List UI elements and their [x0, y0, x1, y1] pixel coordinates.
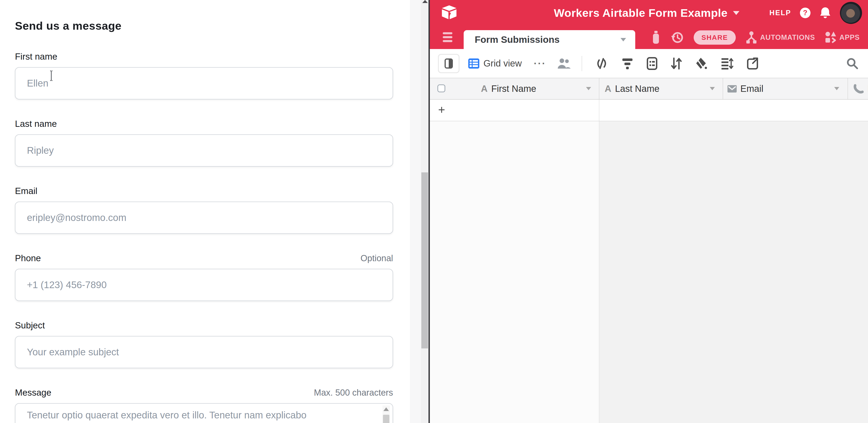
view-name-label[interactable]: Grid view: [484, 58, 522, 68]
grid-column-header-row: A First Name A Last Name Email: [430, 78, 868, 100]
screenshot-root: Send us a message First name Last name E…: [0, 0, 868, 423]
phone-label: Phone: [15, 253, 41, 263]
search-icon[interactable]: [846, 57, 859, 70]
form-scroll-up-arrow-icon[interactable]: [422, 0, 428, 3]
sort-icon[interactable]: [671, 57, 682, 70]
automations-icon: [745, 31, 757, 44]
row-height-icon[interactable]: [720, 57, 734, 70]
view-sidebar-toggle-button[interactable]: [438, 54, 460, 73]
contact-form-pane: Send us a message First name Last name E…: [0, 0, 410, 423]
message-field: Message Max. 500 characters Tenetur opti…: [15, 388, 393, 423]
view-options-ellipsis[interactable]: ···: [534, 58, 546, 69]
collapsed-sidebar-icon: [444, 58, 453, 68]
email-field: Email: [15, 186, 393, 234]
notifications-bell-icon[interactable]: [819, 6, 831, 19]
sidebar-menu-icon[interactable]: [443, 32, 453, 44]
message-text: Tenetur optio quaerat expedita vero et i…: [27, 410, 376, 421]
add-row-plus-icon[interactable]: +: [438, 103, 445, 117]
table-tab-caret-icon[interactable]: [621, 38, 626, 41]
subject-field: Subject: [15, 320, 393, 368]
help-question-icon[interactable]: ?: [800, 8, 810, 18]
message-textarea[interactable]: Tenetur optio quaerat expedita vero et i…: [15, 403, 393, 423]
user-avatar[interactable]: [840, 2, 862, 24]
airtable-logo-icon: [441, 5, 458, 21]
column-header-last-name[interactable]: A Last Name: [604, 78, 659, 99]
apps-label: APPS: [839, 33, 860, 42]
last-name-input[interactable]: [15, 134, 393, 167]
column-caret-icon[interactable]: [834, 87, 839, 90]
select-all-checkbox[interactable]: [437, 85, 445, 92]
apps-button[interactable]: APPS: [825, 31, 860, 44]
email-field-type-icon: [727, 85, 737, 92]
automations-label: AUTOMATIONS: [760, 33, 815, 42]
email-input[interactable]: [15, 202, 393, 234]
subject-label: Subject: [15, 320, 45, 331]
phone-input[interactable]: [15, 269, 393, 301]
text-field-type-icon: A: [481, 84, 488, 94]
column-label: Email: [740, 84, 763, 94]
phone-field-type-icon: [853, 84, 864, 94]
apps-icon: [825, 31, 837, 44]
grid-view-icon: [468, 58, 479, 68]
column-caret-icon[interactable]: [710, 87, 715, 90]
message-scrollbar-thumb[interactable]: [383, 415, 390, 423]
base-title-caret-icon[interactable]: [733, 11, 739, 15]
column-header-email[interactable]: Email: [727, 78, 763, 99]
hide-fields-icon[interactable]: [595, 57, 608, 70]
automations-button[interactable]: AUTOMATIONS: [745, 31, 815, 44]
ibeam-cursor: [50, 70, 53, 81]
share-view-icon[interactable]: [746, 57, 759, 70]
column-caret-icon[interactable]: [586, 87, 591, 90]
message-maxchars-hint: Max. 500 characters: [314, 388, 393, 398]
grid-canvas-column-border: [599, 121, 599, 423]
grid-canvas-first-column: [430, 121, 599, 423]
phone-optional-hint: Optional: [361, 253, 393, 263]
first-name-field: First name: [15, 52, 393, 99]
base-title[interactable]: Workers Airtable Form Example: [554, 6, 727, 19]
toolbar-divider: [582, 56, 582, 71]
grid-add-row[interactable]: +: [430, 100, 868, 121]
subject-input[interactable]: [15, 336, 393, 368]
history-icon[interactable]: [671, 31, 684, 44]
airtable-topbar: Workers Airtable Form Example HELP ?: [430, 0, 868, 26]
table-tab-label: Form Submissions: [475, 34, 560, 45]
first-name-input[interactable]: [15, 67, 393, 99]
last-name-field: Last name: [15, 119, 393, 167]
form-title: Send us a message: [15, 19, 393, 32]
column-label: First Name: [491, 84, 536, 94]
text-field-type-icon: A: [604, 84, 611, 94]
collaborators-icon[interactable]: [557, 58, 571, 69]
share-button[interactable]: SHARE: [694, 30, 736, 44]
last-name-label: Last name: [15, 119, 57, 129]
message-label: Message: [15, 388, 51, 398]
airtable-tabbar: Form Submissions SHARE: [430, 26, 868, 49]
column-header-phone[interactable]: P: [853, 78, 868, 99]
column-header-first-name[interactable]: A First Name: [481, 78, 536, 99]
email-label: Email: [15, 186, 37, 196]
trash-icon[interactable]: [651, 30, 661, 44]
group-icon[interactable]: [647, 57, 657, 70]
view-toolbar: Grid view ···: [430, 49, 868, 78]
color-icon[interactable]: [695, 57, 708, 70]
table-tab-form-submissions[interactable]: Form Submissions: [464, 30, 635, 49]
message-scroll-up-arrow-icon[interactable]: [383, 407, 389, 411]
help-button[interactable]: HELP: [769, 9, 791, 17]
first-name-label: First name: [15, 52, 57, 62]
filter-icon[interactable]: [621, 57, 633, 70]
airtable-pane: Workers Airtable Form Example HELP ? For…: [430, 0, 868, 423]
column-label: Last Name: [615, 84, 659, 94]
page-scroll-gutter: [410, 0, 421, 423]
phone-field: Phone Optional: [15, 253, 393, 301]
form-scrollbar-thumb[interactable]: [421, 172, 428, 349]
